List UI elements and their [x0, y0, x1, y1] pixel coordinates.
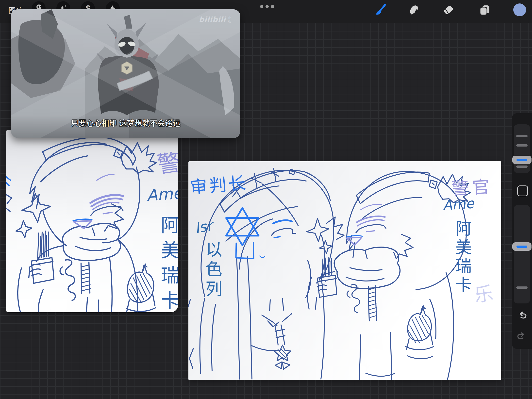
slider-tick [516, 144, 528, 147]
brush-size-thumb[interactable] [512, 156, 532, 164]
redo-icon [517, 332, 527, 342]
eraser-icon [442, 3, 455, 16]
canvas-menu-button[interactable] [260, 5, 274, 8]
ellipsis-dot [271, 5, 274, 8]
slider-tick [516, 286, 528, 289]
ellipsis-dot [260, 5, 263, 8]
modify-button[interactable] [517, 185, 528, 196]
opacity-slider[interactable] [514, 205, 530, 303]
layers-button[interactable] [478, 3, 491, 17]
thumb-accent-bar [516, 246, 527, 248]
brush-button[interactable] [374, 3, 387, 17]
watermark-brand-text: bilibili [199, 15, 226, 24]
redo-button[interactable] [517, 332, 527, 342]
undo-icon [517, 311, 527, 321]
undo-button[interactable] [517, 311, 527, 321]
label-america-vertical: 阿美瑞卡 [450, 220, 474, 295]
color-swatch-button[interactable] [513, 3, 527, 17]
label-corner-le: 乐 [472, 278, 495, 307]
smudge-icon [408, 4, 420, 16]
layers-icon [478, 3, 491, 16]
brush-sidebar [512, 113, 532, 349]
brush-icon [374, 3, 387, 16]
opacity-thumb[interactable] [512, 242, 532, 251]
video-subtitle: 只要心心相印 这梦想就不会遥远 [11, 117, 240, 128]
label-america-vertical: 阿美瑞卡 [155, 215, 178, 312]
label-ame-latin: Ame [146, 184, 178, 205]
eraser-button[interactable] [441, 3, 455, 17]
canvas-right-artboard[interactable]: 审判长 Isr 以色列 警官 Ame 阿美瑞卡 乐 [188, 161, 501, 380]
smudge-button[interactable] [407, 3, 421, 17]
label-judge-title: 审判长 [189, 169, 249, 199]
label-israel-vertical: 以色列 [200, 241, 225, 300]
slider-tick [516, 166, 528, 168]
label-isr-latin: Isr [194, 217, 214, 236]
slider-tick [516, 135, 528, 137]
brush-size-slider[interactable] [514, 124, 530, 173]
canvas-left-artboard[interactable]: 警官 Ame 阿美瑞卡 [6, 130, 178, 312]
ellipsis-dot [266, 5, 269, 8]
color-swatch [513, 3, 527, 17]
bilibili-watermark: bilibili 正版 [199, 15, 232, 24]
label-ame-latin: Ame [442, 195, 475, 214]
watermark-tag-text: 正版 [228, 16, 232, 23]
video-pip-overlay[interactable]: bilibili 正版 只要心心相印 这梦想就不会遥远 [11, 9, 240, 138]
thumb-accent-bar [516, 159, 527, 161]
sketch-america-closeup [6, 130, 178, 312]
